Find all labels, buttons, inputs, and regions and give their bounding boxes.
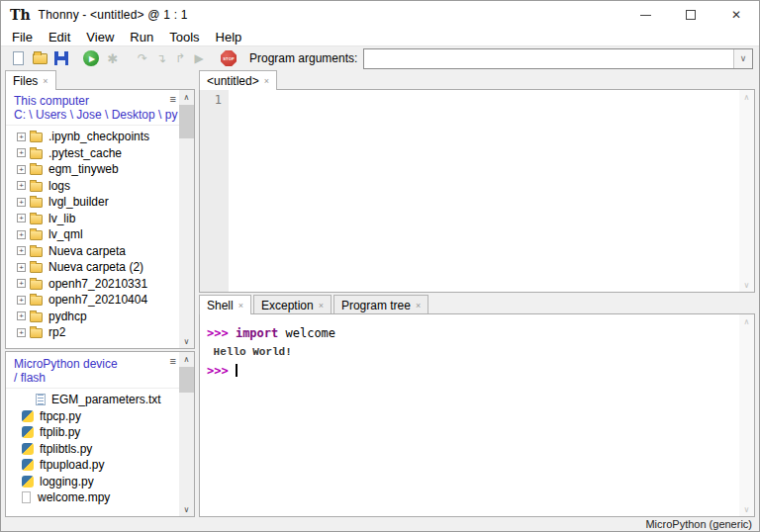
tree-row[interactable]: +openh7_20210331 — [6, 276, 179, 293]
scroll-up-icon[interactable]: ∧ — [179, 90, 194, 104]
expand-icon[interactable]: + — [17, 279, 26, 288]
tree-row[interactable]: +rp2 — [6, 324, 179, 341]
files-root-label[interactable]: This computer — [14, 94, 173, 108]
expand-icon[interactable]: + — [17, 311, 26, 320]
tab-files[interactable]: Files × — [5, 70, 56, 90]
scroll-up-icon[interactable]: ∧ — [179, 352, 194, 366]
expand-icon[interactable]: + — [17, 296, 26, 305]
tree-row[interactable]: +egm_tinyweb — [6, 161, 179, 178]
debug-button[interactable]: ✱ — [104, 49, 122, 67]
device-file-row[interactable]: ftpcp.py — [6, 408, 179, 425]
expand-icon[interactable]: + — [17, 198, 26, 207]
program-arguments-input[interactable] — [364, 49, 733, 68]
menu-view[interactable]: View — [78, 30, 122, 44]
device-title[interactable]: MicroPython device — [14, 357, 173, 371]
step-into-button[interactable]: ↴ — [152, 49, 170, 67]
scroll-up-icon[interactable]: ∧ — [739, 314, 754, 328]
files-menu-icon[interactable]: ≡ — [170, 94, 176, 105]
device-file-row[interactable]: ftpupload.py — [6, 457, 179, 474]
expand-icon[interactable]: + — [17, 263, 26, 272]
shell-content[interactable]: >>> import welcome Hello World! >>> — [200, 314, 739, 516]
scroll-down-icon[interactable]: ∨ — [179, 502, 194, 516]
tab-files-label: Files — [13, 74, 38, 88]
step-out-button[interactable]: ↱ — [171, 49, 189, 67]
folder-label: openh7_20210331 — [48, 277, 147, 291]
menu-edit[interactable]: Edit — [41, 30, 78, 44]
shell-scrollbar[interactable]: ∧ ∨ — [739, 314, 754, 516]
tab-close-icon[interactable]: × — [264, 76, 269, 86]
tab-untitled[interactable]: <untitled> × — [199, 70, 277, 90]
device-path[interactable]: / flash — [14, 371, 173, 385]
menu-run[interactable]: Run — [122, 30, 161, 44]
device-file-row[interactable]: logging.py — [6, 474, 179, 490]
tree-row[interactable]: +Nueva carpeta — [6, 243, 179, 260]
expand-icon[interactable]: + — [17, 133, 26, 141]
close-button[interactable]: ✕ — [713, 1, 759, 29]
editor-content[interactable]: 1 — [200, 90, 739, 292]
device-file-row[interactable]: welcome.mpy — [6, 489, 179, 506]
scroll-down-icon[interactable]: ∨ — [739, 278, 754, 292]
stop-button[interactable]: STOP — [220, 49, 238, 67]
close-icon: ✕ — [731, 8, 741, 22]
tree-row[interactable]: +.ipynb_checkpoints — [6, 129, 179, 145]
backend-status[interactable]: MicroPython (generic) — [645, 518, 752, 530]
expand-icon[interactable]: + — [17, 230, 26, 239]
tree-row[interactable]: +lvgl_builder — [6, 194, 179, 211]
tree-row[interactable]: +lv_qml — [6, 226, 179, 243]
device-scrollbar[interactable]: ∧ ∨ — [179, 352, 194, 516]
tab-exception[interactable]: Exception × — [253, 295, 332, 314]
tree-row[interactable]: +openh7_20210404 — [6, 292, 179, 309]
scroll-up-icon[interactable]: ∧ — [739, 90, 754, 104]
folder-label: .pytest_cache — [48, 146, 122, 160]
folder-icon — [30, 328, 43, 338]
maximize-button[interactable] — [668, 1, 713, 29]
python-file-icon — [22, 410, 34, 422]
tree-row[interactable]: +pydhcp — [6, 309, 179, 325]
expand-icon[interactable]: + — [17, 148, 26, 157]
device-menu-icon[interactable]: ≡ — [170, 356, 176, 367]
expand-icon[interactable]: + — [17, 214, 26, 222]
open-file-button[interactable] — [31, 49, 48, 67]
expand-icon[interactable]: + — [17, 165, 26, 174]
menu-file[interactable]: File — [4, 30, 41, 44]
menu-help[interactable]: Help — [208, 30, 250, 44]
menu-tools[interactable]: Tools — [161, 30, 207, 44]
tab-close-icon[interactable]: × — [416, 301, 421, 310]
scroll-down-icon[interactable]: ∨ — [179, 334, 194, 348]
tab-close-icon[interactable]: × — [319, 301, 324, 310]
tab-close-icon[interactable]: × — [238, 301, 243, 310]
expand-icon[interactable]: + — [17, 246, 26, 255]
run-button[interactable]: ▶ — [82, 49, 100, 67]
files-breadcrumb-path[interactable]: C: \ Users \ Jose \ Desktop \ py — [14, 108, 173, 122]
editor-tabbar: <untitled> × — [199, 70, 755, 90]
minimize-button[interactable] — [622, 1, 668, 29]
expand-icon[interactable]: + — [17, 328, 26, 337]
tab-shell[interactable]: Shell × — [199, 295, 251, 314]
shell-argument: welcome — [278, 326, 335, 340]
tree-row[interactable]: +logs — [6, 178, 179, 195]
folder-label: Nueva carpeta (2) — [48, 260, 143, 274]
scrollbar-thumb[interactable] — [179, 367, 194, 393]
combobox-dropdown-button[interactable]: ∨ — [733, 49, 752, 68]
step-over-button[interactable]: ↷ — [134, 49, 151, 67]
tab-close-icon[interactable]: × — [43, 76, 48, 86]
device-file-row[interactable]: ftplib.py — [6, 424, 179, 441]
save-file-button[interactable] — [52, 49, 70, 67]
tree-row[interactable]: +.pytest_cache — [6, 145, 179, 162]
resume-button[interactable]: ▶ — [190, 49, 208, 67]
files-header: This computer C: \ Users \ Jose \ Deskto… — [6, 90, 179, 126]
code-area[interactable] — [229, 90, 739, 292]
tree-row[interactable]: +lv_lib — [6, 211, 179, 227]
program-arguments-label: Program arguments: — [249, 51, 357, 65]
tree-row[interactable]: +Nueva carpeta (2) — [6, 259, 179, 276]
files-scrollbar[interactable]: ∧ ∨ — [179, 90, 194, 348]
expand-icon[interactable]: + — [17, 181, 26, 190]
scrollbar-thumb[interactable] — [179, 105, 194, 138]
editor-scrollbar[interactable]: ∧ ∨ — [739, 90, 754, 292]
device-file-row[interactable]: EGM_parameters.txt — [6, 392, 179, 408]
tab-program-tree[interactable]: Program tree × — [333, 295, 428, 314]
device-file-row[interactable]: ftplibtls.py — [6, 441, 179, 458]
scroll-down-icon[interactable]: ∨ — [739, 502, 754, 516]
new-file-button[interactable] — [9, 49, 27, 67]
status-bar: MicroPython (generic) — [1, 517, 759, 531]
